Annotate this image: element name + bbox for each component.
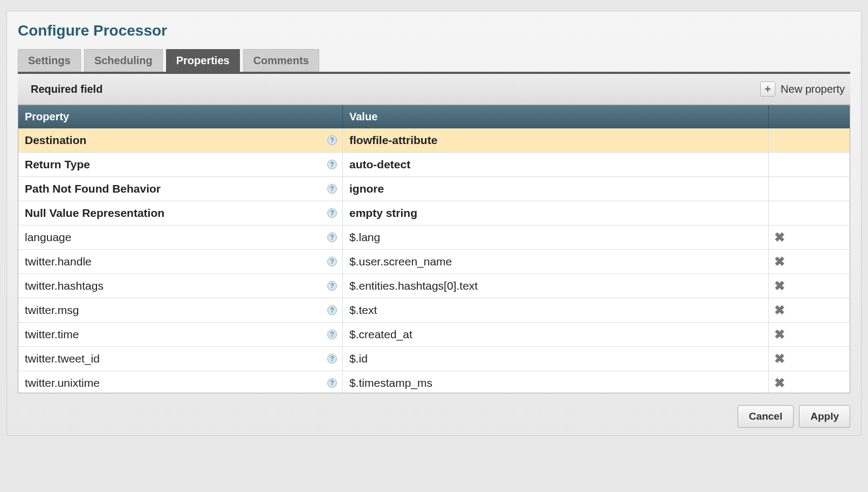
help-icon[interactable]: ? [327, 378, 337, 388]
tabs: SettingsSchedulingPropertiesComments [18, 49, 850, 74]
delete-icon[interactable]: ✖ [774, 352, 785, 365]
table-row[interactable]: twitter.tweet_id?$.id✖ [18, 347, 850, 371]
new-property-button[interactable]: + New property [760, 81, 845, 97]
property-name-cell[interactable]: Destination? [18, 128, 343, 152]
property-name-cell[interactable]: twitter.unixtime? [18, 371, 343, 393]
property-name-cell[interactable]: twitter.time? [18, 323, 343, 346]
table-row[interactable]: twitter.handle?$.user.screen_name✖ [18, 250, 850, 274]
configure-processor-dialog: Configure Processor SettingsSchedulingPr… [6, 11, 862, 436]
property-name: twitter.msg [25, 304, 324, 317]
dialog-footer: Cancel Apply [18, 393, 850, 428]
delete-icon[interactable]: ✖ [774, 328, 785, 341]
column-header-value: Value [343, 105, 769, 128]
table-header-row: Property Value [18, 105, 850, 128]
tab-comments[interactable]: Comments [243, 49, 319, 72]
property-name-cell[interactable]: Return Type? [18, 153, 343, 176]
property-value-cell[interactable]: $.timestamp_ms [343, 371, 769, 393]
property-value-cell[interactable]: $.lang [343, 226, 769, 249]
apply-button[interactable]: Apply [799, 405, 850, 428]
property-actions-cell: ✖ [769, 371, 850, 393]
table-row[interactable]: language?$.lang✖ [18, 226, 850, 250]
property-name: twitter.hashtags [25, 279, 324, 292]
table-row[interactable]: Destination?flowfile-attribute [18, 128, 850, 153]
property-name-cell[interactable]: twitter.hashtags? [18, 274, 343, 298]
property-actions-cell: ✖ [769, 250, 850, 274]
plus-icon: + [760, 81, 775, 97]
property-name: language [25, 231, 324, 244]
property-name: twitter.tweet_id [25, 352, 324, 365]
property-actions-cell: ✖ [769, 274, 850, 298]
property-name: twitter.unixtime [25, 377, 324, 390]
property-actions-cell [769, 153, 850, 176]
property-name-cell[interactable]: language? [18, 226, 343, 249]
help-icon[interactable]: ? [327, 233, 337, 242]
help-icon[interactable]: ? [327, 330, 337, 339]
table-row[interactable]: twitter.unixtime?$.timestamp_ms✖ [18, 371, 850, 393]
delete-icon[interactable]: ✖ [774, 255, 785, 268]
property-actions-cell: ✖ [769, 298, 850, 322]
column-header-property: Property [18, 105, 343, 128]
cancel-button[interactable]: Cancel [738, 405, 794, 428]
properties-panel-header: Required field + New property [18, 74, 850, 105]
table-row[interactable]: Null Value Representation?empty string [18, 201, 850, 226]
delete-icon[interactable]: ✖ [774, 304, 785, 317]
tab-settings[interactable]: Settings [18, 49, 81, 72]
property-name: twitter.handle [25, 255, 324, 268]
delete-icon[interactable]: ✖ [774, 377, 785, 390]
property-value-cell[interactable]: flowfile-attribute [343, 128, 769, 152]
tab-properties[interactable]: Properties [166, 49, 240, 72]
property-value-cell[interactable]: $.entities.hashtags[0].text [343, 274, 769, 298]
property-name: Path Not Found Behavior [25, 182, 324, 195]
property-actions-cell: ✖ [769, 226, 850, 249]
property-actions-cell: ✖ [769, 347, 850, 371]
help-icon[interactable]: ? [327, 281, 337, 291]
property-name-cell[interactable]: twitter.msg? [18, 298, 343, 322]
help-icon[interactable]: ? [327, 257, 337, 266]
properties-table: Property Value Destination?flowfile-attr… [18, 105, 850, 393]
table-body: Destination?flowfile-attributeReturn Typ… [18, 128, 850, 393]
delete-icon[interactable]: ✖ [774, 231, 785, 244]
property-value-cell[interactable]: auto-detect [343, 153, 769, 176]
column-header-actions [769, 105, 850, 128]
property-value-cell[interactable]: $.text [343, 298, 769, 322]
property-value-cell[interactable]: $.user.screen_name [343, 250, 769, 274]
help-icon[interactable]: ? [327, 184, 337, 194]
property-actions-cell [769, 128, 850, 152]
help-icon[interactable]: ? [327, 160, 337, 169]
property-value-cell[interactable]: $.created_at [343, 323, 769, 346]
dialog-title: Configure Processor [18, 22, 850, 39]
property-name-cell[interactable]: Null Value Representation? [18, 201, 343, 225]
help-icon[interactable]: ? [327, 354, 337, 364]
property-name-cell[interactable]: twitter.tweet_id? [18, 347, 343, 371]
property-name-cell[interactable]: Path Not Found Behavior? [18, 177, 343, 201]
property-name: twitter.time [25, 328, 324, 341]
help-icon[interactable]: ? [327, 305, 337, 315]
table-row[interactable]: twitter.msg?$.text✖ [18, 298, 850, 323]
property-value-cell[interactable]: ignore [343, 177, 769, 201]
property-name-cell[interactable]: twitter.handle? [18, 250, 343, 274]
property-name: Destination [25, 134, 324, 147]
property-name: Return Type [25, 158, 324, 171]
property-actions-cell [769, 177, 850, 201]
help-icon[interactable]: ? [327, 208, 337, 218]
property-name: Null Value Representation [25, 207, 324, 220]
table-row[interactable]: Path Not Found Behavior?ignore [18, 177, 850, 201]
table-row[interactable]: twitter.hashtags?$.entities.hashtags[0].… [18, 274, 850, 298]
table-row[interactable]: twitter.time?$.created_at✖ [18, 323, 850, 347]
property-actions-cell: ✖ [769, 323, 850, 346]
delete-icon[interactable]: ✖ [774, 279, 785, 292]
tab-scheduling[interactable]: Scheduling [84, 49, 163, 72]
property-actions-cell [769, 201, 850, 225]
required-field-label: Required field [31, 83, 102, 95]
property-value-cell[interactable]: $.id [343, 347, 769, 371]
new-property-label: New property [781, 83, 845, 95]
table-row[interactable]: Return Type?auto-detect [18, 153, 850, 177]
property-value-cell[interactable]: empty string [343, 201, 769, 225]
help-icon[interactable]: ? [327, 135, 337, 145]
